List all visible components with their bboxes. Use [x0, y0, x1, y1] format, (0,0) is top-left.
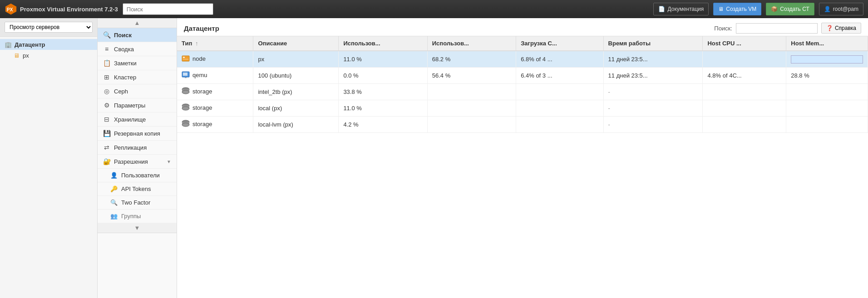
cell-load: 6.4% of 3 ... — [516, 68, 603, 84]
cell-mem — [427, 84, 516, 100]
top-search-input[interactable] — [123, 3, 213, 15]
nav-item-permissions[interactable]: 🔐 Разрешения ▼ — [98, 155, 177, 169]
vm-row-icon — [182, 71, 190, 79]
content-area: Датацентр Поиск: ❓ Справка Тип ↑ Описани… — [177, 18, 868, 298]
svg-point-16 — [182, 123, 189, 127]
tree-area: 🏢 Датацентр 🖥 px — [0, 37, 97, 63]
cell-type: storage — [177, 117, 253, 133]
table-row[interactable]: storage local (px) 11.0 % - — [177, 100, 868, 117]
app-title-label: Proxmox Virtual Environment 7.2-3 — [20, 6, 118, 13]
nav-item-storage[interactable]: ⊟ Хранилище — [98, 112, 177, 127]
help-button[interactable]: ❓ Справка — [821, 23, 861, 34]
nav-sub-two-factor[interactable]: 🔍 Two Factor — [98, 196, 177, 210]
user-menu[interactable]: 👤 root@pam — [819, 3, 863, 15]
cell-mem — [427, 117, 516, 133]
cell-hostcpu — [703, 117, 786, 133]
col-cpu-usage[interactable]: Использов... — [339, 36, 427, 51]
nav-item-search[interactable]: 🔍 Поиск — [98, 28, 177, 42]
cell-uptime: 11 дней 23:5... — [603, 68, 703, 84]
table-row[interactable]: storage intel_2tb (px) 33.8 % - — [177, 84, 868, 100]
cell-hostmem — [786, 117, 868, 133]
node-icon: 🖥 — [13, 52, 20, 59]
nav-sub-users[interactable]: 👤 Пользователи — [98, 169, 177, 182]
user-icon: 👤 — [824, 6, 831, 12]
cell-desc: intel_2tb (px) — [253, 84, 339, 100]
data-table: Тип ↑ Описание Использов... Использов...… — [177, 36, 868, 298]
cell-hostcpu: 4.8% of 4С... — [703, 68, 786, 84]
create-vm-button[interactable]: 🖥 Создать VM — [713, 3, 761, 15]
col-uptime[interactable]: Время работы — [603, 36, 703, 51]
svg-rect-6 — [183, 73, 187, 76]
sort-arrow-type: ↑ — [195, 40, 198, 47]
svg-rect-2 — [182, 56, 189, 61]
resources-table: Тип ↑ Описание Использов... Использов...… — [177, 36, 868, 133]
cell-cpu: 4.2 % — [339, 117, 427, 133]
cell-uptime: - — [603, 117, 703, 133]
col-type[interactable]: Тип ↑ — [177, 36, 253, 51]
cell-desc: local-lvm (px) — [253, 117, 339, 133]
cell-type: node — [177, 51, 253, 68]
nav-scroll-down[interactable]: ▼ — [98, 223, 177, 233]
nav-sub-groups[interactable]: 👥 Группы — [98, 210, 177, 223]
cell-cpu: 11.0 % — [339, 100, 427, 117]
create-ct-button[interactable]: 📦 Создать СТ — [766, 3, 814, 15]
notes-icon: 📋 — [103, 59, 110, 67]
logo-area: PX Proxmox Virtual Environment 7.2-3 — [5, 3, 118, 15]
cell-type: storage — [177, 100, 253, 117]
nav-item-backup[interactable]: 💾 Резервная копия — [98, 127, 177, 141]
cell-hostmem — [786, 84, 868, 100]
tree-item-node[interactable]: 🖥 px — [0, 50, 97, 61]
cell-desc: local (px) — [253, 100, 339, 117]
col-description[interactable]: Описание — [253, 36, 339, 51]
svg-point-10 — [182, 90, 189, 94]
type-icon-node: node — [182, 54, 206, 63]
cell-load: 6.8% of 4 ... — [516, 51, 603, 68]
col-host-mem[interactable]: Host Mem... — [786, 36, 868, 51]
svg-rect-4 — [183, 59, 188, 59]
docs-button[interactable]: 📄 Документация — [653, 3, 709, 15]
search-label: Поиск: — [714, 25, 732, 32]
cell-hostmem — [786, 51, 868, 68]
cell-load — [516, 117, 603, 133]
topbar: PX Proxmox Virtual Environment 7.2-3 📄 Д… — [0, 0, 868, 18]
svg-point-13 — [182, 107, 189, 110]
type-icon-storage2: storage — [182, 103, 212, 112]
cell-mem: 56.4 % — [427, 68, 516, 84]
two-factor-icon: 🔍 — [110, 199, 118, 206]
col-host-cpu[interactable]: Host CPU ... — [703, 36, 786, 51]
ceph-icon: ◎ — [103, 88, 110, 95]
tree-item-datacenter[interactable]: 🏢 Датацентр — [0, 39, 97, 50]
table-row[interactable]: qemu 100 (ubuntu) 0.0 % 56.4 % 6.4% of 3… — [177, 68, 868, 84]
node-row-icon — [182, 54, 190, 63]
nav-item-notes[interactable]: 📋 Заметки — [98, 56, 177, 70]
search-nav-icon: 🔍 — [103, 31, 110, 39]
nav-item-summary[interactable]: ≡ Сводка — [98, 42, 177, 56]
cell-uptime: 11 дней 23:5... — [603, 51, 703, 68]
summary-icon: ≡ — [103, 45, 110, 53]
table-row[interactable]: storage local-lvm (px) 4.2 % - — [177, 117, 868, 133]
nav-sub-api-tokens[interactable]: 🔑 API Tokens — [98, 182, 177, 196]
table-row[interactable]: node px 11.0 % 68.2 % 6.8% of 4 ... 11 д… — [177, 51, 868, 68]
type-icon-storage3: storage — [182, 120, 212, 128]
nav-item-options[interactable]: ⚙ Параметры — [98, 98, 177, 112]
groups-icon: 👥 — [110, 213, 118, 220]
api-tokens-icon: 🔑 — [110, 186, 118, 192]
replication-icon: ⇄ — [103, 144, 110, 151]
host-mem-bar — [791, 55, 863, 64]
nav-item-cluster[interactable]: ⊞ Кластер — [98, 70, 177, 84]
nav-item-replication[interactable]: ⇄ Репликация — [98, 141, 177, 155]
storage-row-icon — [182, 87, 190, 95]
view-selector[interactable]: Просмотр серверов — [5, 22, 93, 33]
col-mem-usage[interactable]: Использов... — [427, 36, 516, 51]
nav-item-ceph[interactable]: ◎ Ceph — [98, 84, 177, 98]
col-load[interactable]: Загрузка С... — [516, 36, 603, 51]
svg-rect-7 — [185, 78, 187, 78]
content-search-input[interactable] — [736, 23, 818, 34]
cell-cpu: 33.8 % — [339, 84, 427, 100]
cell-cpu: 11.0 % — [339, 51, 427, 68]
cluster-icon: ⊞ — [103, 73, 110, 81]
storage-icon: ⊟ — [103, 116, 110, 123]
backup-icon: 💾 — [103, 130, 110, 137]
nav-scroll-up[interactable]: ▲ — [98, 18, 177, 28]
cell-desc: px — [253, 51, 339, 68]
